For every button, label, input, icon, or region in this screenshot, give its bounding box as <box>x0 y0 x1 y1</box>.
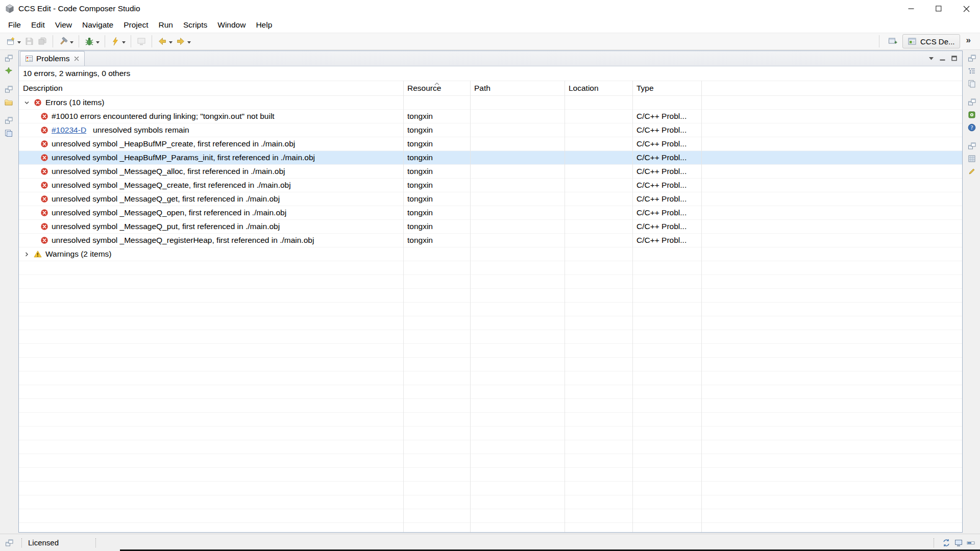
menu-item-edit[interactable]: Edit <box>26 17 50 33</box>
maximize-view-icon[interactable] <box>951 56 957 61</box>
chevron-expanded-icon[interactable] <box>23 100 31 106</box>
resource-cell: tongxin <box>403 192 470 206</box>
filler-cell <box>701 137 962 151</box>
empty-cell <box>632 247 701 261</box>
menu-item-project[interactable]: Project <box>118 17 153 33</box>
problem-row[interactable]: unresolved symbol _MessageQ_get, first r… <box>19 192 962 206</box>
problem-row[interactable]: unresolved symbol _MessageQ_registerHeap… <box>19 234 962 247</box>
menu-item-window[interactable]: Window <box>212 17 251 33</box>
location-cell <box>565 192 632 206</box>
getting-started-button[interactable] <box>3 65 15 77</box>
minimize-view-icon[interactable] <box>940 56 945 61</box>
new-wizard-icon <box>6 36 16 46</box>
console-view-button[interactable] <box>3 128 15 139</box>
console-status-button[interactable] <box>952 537 965 548</box>
open-perspective-button[interactable] <box>887 34 898 48</box>
empty-cell <box>470 96 565 109</box>
trim-group: ? <box>966 96 978 133</box>
debug-bug-button[interactable] <box>83 34 101 48</box>
flash-icon <box>110 36 120 46</box>
column-header-type[interactable]: Type <box>632 81 701 95</box>
sync-status-button[interactable] <box>940 537 952 548</box>
restore-view-button[interactable] <box>3 53 15 64</box>
error-code-link[interactable]: #10234-D <box>52 126 86 135</box>
column-header-path[interactable]: Path <box>470 81 565 95</box>
warning-group-row[interactable]: Warnings (2 items) <box>19 247 962 261</box>
restore-view-button[interactable] <box>3 115 15 126</box>
resource-cell: tongxin <box>403 123 470 137</box>
menu-item-view[interactable]: View <box>50 17 77 33</box>
column-header-resource[interactable]: Resource <box>403 81 470 95</box>
column-header-location[interactable]: Location <box>565 81 632 95</box>
project-explorer-button[interactable] <box>3 96 15 108</box>
problem-row[interactable]: unresolved symbol _MessageQ_alloc, first… <box>19 165 962 179</box>
path-cell <box>470 165 565 178</box>
outline-button[interactable] <box>966 65 978 77</box>
problem-row[interactable]: unresolved symbol _HeapBufMP_Params_init… <box>19 151 962 165</box>
resource-cell: tongxin <box>403 179 470 192</box>
memory-button[interactable] <box>966 153 978 164</box>
menu-item-help[interactable]: Help <box>251 17 277 33</box>
progress-status-button[interactable] <box>965 537 977 548</box>
view-menu-icon[interactable] <box>929 57 934 60</box>
target-config-button[interactable] <box>966 109 978 120</box>
trim-group <box>3 84 15 108</box>
build-hammer-button[interactable] <box>57 34 75 48</box>
menu-item-run[interactable]: Run <box>153 17 178 33</box>
tab-problems[interactable]: Problems <box>20 51 85 66</box>
error-group-row[interactable]: Errors (10 items) <box>19 96 962 110</box>
location-cell <box>565 220 632 233</box>
right-trim: ? <box>964 50 980 534</box>
filler-cell <box>701 220 962 233</box>
workbench-area: Problems 10 errors, 2 warnings, 0 others… <box>0 50 980 534</box>
perspective-label: CCS De... <box>920 37 955 46</box>
edit-icon <box>967 167 976 176</box>
menu-item-file[interactable]: File <box>3 17 26 33</box>
menu-bar: FileEditViewNavigateProjectRunScriptsWin… <box>0 17 980 33</box>
dropdown-arrow-icon[interactable] <box>96 37 100 46</box>
chevron-collapsed-icon[interactable] <box>23 252 31 257</box>
tab-close-icon[interactable] <box>74 56 80 62</box>
dropdown-arrow-icon[interactable] <box>70 37 74 46</box>
dropdown-arrow-icon[interactable] <box>122 37 126 46</box>
restore-view-button[interactable] <box>966 53 978 64</box>
location-cell <box>565 165 632 178</box>
problem-row[interactable]: #10010 errors encountered during linking… <box>19 110 962 123</box>
problem-row[interactable]: unresolved symbol _MessageQ_put, first r… <box>19 220 962 234</box>
restore-trim-button[interactable] <box>3 537 15 548</box>
filler-cell <box>701 234 962 247</box>
statusbar-separator <box>21 538 22 547</box>
problem-row[interactable]: unresolved symbol _HeapBufMP_create, fir… <box>19 137 962 151</box>
documents-button[interactable] <box>966 78 978 89</box>
restore-view-button[interactable] <box>966 96 978 108</box>
description-text: unresolved symbol _MessageQ_registerHeap… <box>52 236 314 245</box>
problem-row[interactable]: unresolved symbol _MessageQ_open, first … <box>19 206 962 220</box>
close-button[interactable] <box>952 0 980 17</box>
dropdown-arrow-icon[interactable] <box>169 37 173 46</box>
menu-item-scripts[interactable]: Scripts <box>178 17 212 33</box>
minimize-button[interactable] <box>897 0 925 17</box>
resource-cell: tongxin <box>403 151 470 164</box>
toolbar-overflow-button[interactable]: » <box>964 35 975 47</box>
maximize-button[interactable] <box>925 0 952 17</box>
dropdown-arrow-icon[interactable] <box>187 37 191 46</box>
column-header-description[interactable]: Description <box>19 81 403 95</box>
new-wizard-button[interactable] <box>4 34 22 48</box>
edit-button[interactable] <box>966 166 978 177</box>
ccs-perspective-icon <box>908 37 917 46</box>
help-button[interactable]: ? <box>966 122 978 133</box>
path-cell <box>470 179 565 192</box>
filler-cell <box>701 165 962 178</box>
nav-forward-button[interactable] <box>174 34 192 48</box>
problem-row[interactable]: #10234-Dunresolved symbols remaintongxin… <box>19 123 962 137</box>
ccs-perspective-button[interactable]: CCS De... <box>902 34 960 48</box>
restore-view-button[interactable] <box>966 140 978 152</box>
documents-icon <box>967 79 976 88</box>
flash-button[interactable] <box>109 34 127 48</box>
dropdown-arrow-icon[interactable] <box>17 37 21 46</box>
menu-item-navigate[interactable]: Navigate <box>77 17 118 33</box>
restore-view-button[interactable] <box>3 84 15 95</box>
problem-row[interactable]: unresolved symbol _MessageQ_create, firs… <box>19 179 962 192</box>
trim-group <box>966 140 978 177</box>
nav-back-button[interactable] <box>156 34 174 48</box>
